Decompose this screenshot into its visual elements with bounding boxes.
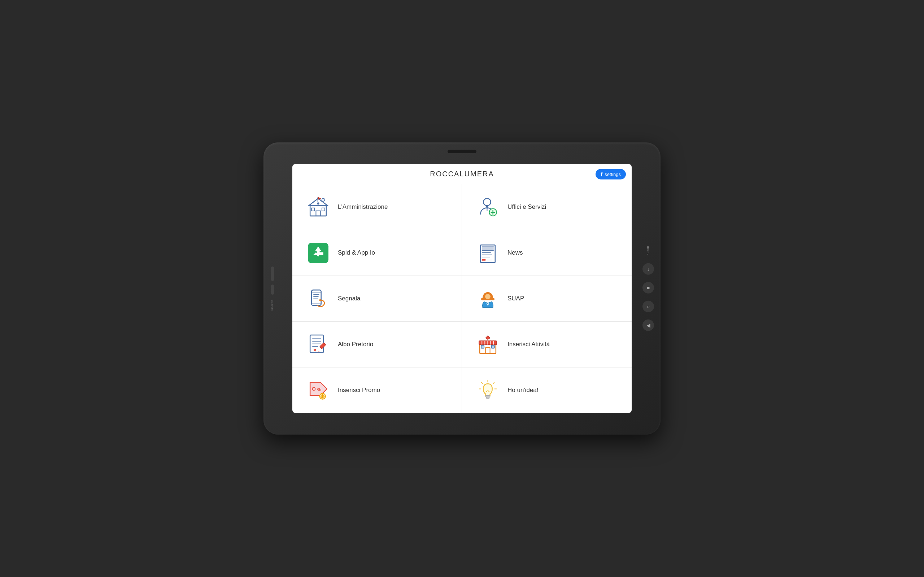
promo-tag-icon: %	[305, 377, 331, 403]
person-service-icon	[475, 194, 500, 220]
svg-point-28	[319, 299, 321, 301]
svg-point-8	[317, 202, 319, 205]
svg-line-66	[481, 382, 483, 384]
app-header: ROCCALUMERA f settings	[292, 164, 632, 184]
menu-label: menu	[646, 246, 650, 256]
menu-item-idea[interactable]: Ho un'idea!	[462, 367, 632, 413]
menu-item-label: Inserisci Promo	[338, 387, 380, 394]
menu-item-label: SUAP	[507, 295, 524, 302]
svg-rect-52	[485, 347, 490, 353]
app-title: ROCCALUMERA	[430, 170, 494, 178]
down-arrow-button[interactable]: ↓	[643, 263, 654, 274]
menu-item-label: Ho un'idea!	[507, 387, 538, 394]
menu-grid: L'Amministrazione	[292, 184, 632, 413]
menu-item-uffici[interactable]: Uffici e Servizi	[462, 184, 632, 230]
svg-point-9	[483, 198, 491, 206]
svg-rect-4	[321, 208, 325, 211]
document-edit-icon	[305, 332, 331, 357]
svg-rect-2	[316, 211, 320, 216]
menu-item-label: Albo Pretorio	[338, 341, 373, 348]
worker-icon	[475, 286, 500, 311]
menu-item-label: Uffici e Servizi	[507, 203, 546, 211]
facebook-icon: f	[601, 171, 603, 177]
lightbulb-icon	[475, 377, 500, 403]
menu-item-label: Spid & App Io	[338, 249, 375, 256]
svg-point-5	[321, 198, 325, 201]
back-button[interactable]: ◀	[643, 319, 654, 331]
svg-rect-69	[486, 397, 489, 398]
svg-rect-41	[320, 343, 326, 349]
svg-point-33	[485, 293, 491, 299]
menu-item-inserisci-attivita[interactable]: Inserisci Attività	[462, 322, 632, 367]
zoom-label: 3x zoom	[271, 300, 274, 311]
menu-item-suap[interactable]: SUAP	[462, 276, 632, 322]
menu-item-label: L'Amministrazione	[338, 203, 388, 211]
home-button[interactable]: ■	[643, 282, 654, 293]
volume-button	[271, 266, 274, 281]
side-buttons-right: menu ↓ ■ ○ ◀	[643, 246, 654, 331]
settings-label: settings	[604, 171, 621, 177]
svg-line-64	[493, 382, 494, 384]
side-buttons-left: 3x zoom	[271, 266, 274, 311]
tablet-frame: 3x zoom menu ↓ ■ ○ ◀ ROCCALUMERA f setti…	[263, 142, 661, 435]
store-icon	[475, 332, 500, 357]
svg-rect-3	[312, 208, 314, 211]
screen: ROCCALUMERA f settings	[292, 164, 632, 413]
header-settings: f settings	[596, 169, 626, 179]
svg-rect-54	[491, 345, 494, 348]
menu-item-label: Segnala	[338, 295, 360, 302]
tablet-notch	[447, 150, 477, 153]
menu-item-label: Inserisci Attività	[507, 341, 550, 348]
svg-rect-53	[481, 345, 484, 348]
facebook-settings-button[interactable]: f settings	[596, 169, 626, 179]
newspaper-icon	[475, 240, 500, 266]
city-icon	[305, 194, 331, 220]
svg-marker-55	[485, 336, 490, 339]
volume-button-2	[271, 285, 274, 295]
recycle-icon	[305, 240, 331, 266]
menu-item-segnala[interactable]: Segnala	[292, 276, 462, 322]
search-button[interactable]: ○	[643, 300, 654, 312]
phone-tap-icon	[305, 286, 331, 311]
svg-rect-17	[482, 247, 494, 250]
menu-item-amministrazione[interactable]: L'Amministrazione	[292, 184, 462, 230]
menu-item-news[interactable]: News	[462, 230, 632, 276]
menu-item-label: News	[507, 249, 523, 256]
svg-text:%: %	[317, 386, 321, 392]
menu-item-albo[interactable]: Albo Pretorio	[292, 322, 462, 367]
menu-item-inserisci-promo[interactable]: % Inserisci Promo	[292, 367, 462, 413]
menu-item-spid[interactable]: Spid & App Io	[292, 230, 462, 276]
svg-rect-23	[482, 259, 485, 260]
